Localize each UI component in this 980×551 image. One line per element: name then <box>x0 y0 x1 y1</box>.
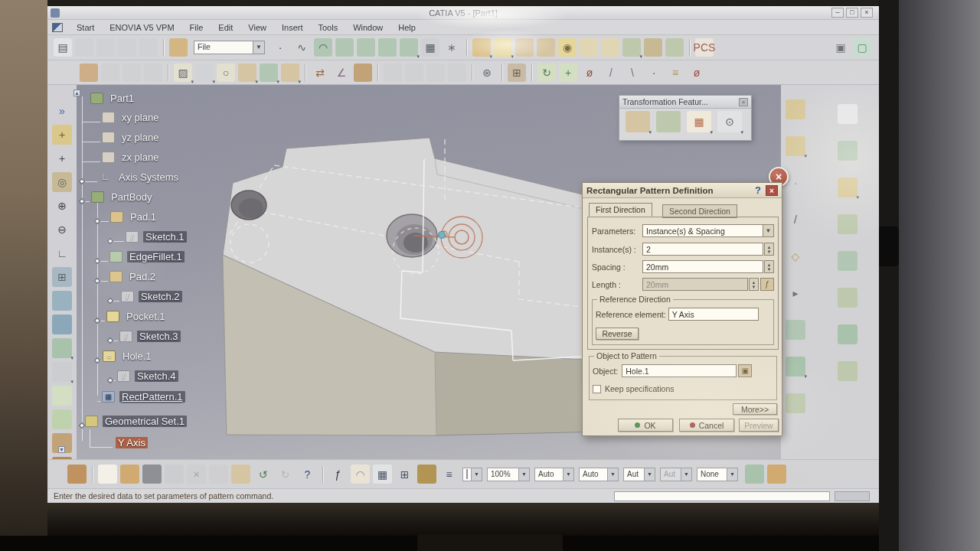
line-type-combo[interactable]: Auto ▼ <box>579 468 619 481</box>
catalog-browser-icon[interactable]: ⊞ <box>508 64 526 82</box>
open-folder-icon[interactable] <box>169 38 188 57</box>
stiffener-icon[interactable] <box>622 38 641 57</box>
close-surface-icon[interactable] <box>838 214 858 234</box>
axis-system-icon[interactable]: + <box>559 64 577 82</box>
tree-scroll-up[interactable]: ▲ <box>74 90 80 96</box>
new-document-icon[interactable] <box>98 465 117 484</box>
tree-item-partbody[interactable]: PartBody <box>91 189 154 204</box>
extract-icon[interactable] <box>786 320 805 340</box>
tree-expand-node[interactable] <box>94 318 100 324</box>
menu-insert[interactable]: Insert <box>274 21 311 34</box>
tree-expand-node[interactable] <box>79 178 85 184</box>
tree-item-axis-systems[interactable]: ∟ Axis Systems <box>99 169 181 184</box>
multi-result-icon[interactable] <box>400 38 418 57</box>
combo-value[interactable]: Auto <box>534 468 564 481</box>
tree-expand-node[interactable] <box>79 422 85 429</box>
translate-body-icon[interactable] <box>838 288 858 308</box>
help-pointer-icon[interactable]: ? <box>298 465 317 484</box>
gear-icon[interactable]: ⊛ <box>478 64 496 82</box>
tree-item-yz-plane[interactable]: yz plane <box>102 129 161 145</box>
scale-body-icon[interactable] <box>838 361 858 381</box>
paint-bucket-icon[interactable] <box>67 465 87 484</box>
join-surface-icon[interactable] <box>786 357 805 377</box>
tree-item-geometrical-set1[interactable]: Geometrical Set.1 <box>85 413 187 429</box>
minimize-button[interactable]: – <box>831 8 844 18</box>
extrude-surface-icon[interactable]: ◠ <box>314 38 332 57</box>
pad-icon[interactable] <box>472 38 491 57</box>
calculator-icon[interactable]: ▦ <box>373 465 392 484</box>
new-from-template-icon[interactable]: ▤ <box>54 38 72 57</box>
direction-handle[interactable] <box>439 232 446 239</box>
groove-icon[interactable] <box>537 38 555 57</box>
tree-expand-node[interactable] <box>94 258 100 264</box>
spacing-field[interactable]: 20mm <box>642 260 763 273</box>
scaling-feature-icon[interactable]: ⊙ <box>717 111 742 132</box>
tree-expand-node[interactable] <box>94 278 100 284</box>
mass-properties-icon[interactable] <box>354 64 372 82</box>
rib-icon[interactable] <box>580 38 598 57</box>
ok-button[interactable]: OK <box>618 419 673 432</box>
maximize-button[interactable]: □ <box>846 8 858 18</box>
tree-item-sketch4[interactable]: / Sketch.4 <box>117 368 178 383</box>
file-combo[interactable]: File ▼ <box>194 41 265 54</box>
menu-window[interactable]: Window <box>345 21 390 34</box>
tree-item-zx-plane[interactable]: zx plane <box>102 149 161 165</box>
shaft-icon[interactable] <box>515 38 534 57</box>
instances-spinner[interactable]: ▲▼ <box>764 243 774 256</box>
chevron-down-icon[interactable]: ▼ <box>763 224 774 237</box>
arrow-icon[interactable]: ▸ <box>786 283 805 303</box>
positioned-sketch-icon[interactable] <box>195 64 214 82</box>
hole-icon[interactable]: ◉ <box>558 38 577 57</box>
tree-scroll-down[interactable]: ▼ <box>58 446 65 453</box>
formula-icon[interactable]: ƒ <box>328 465 348 484</box>
spline-icon[interactable]: ∿ <box>292 38 311 57</box>
tree-item-hole1[interactable]: ○ Hole.1 <box>103 348 154 364</box>
rectangular-pattern-icon[interactable]: ▦ <box>687 111 711 132</box>
publication-icon[interactable] <box>80 64 98 82</box>
reverse-button[interactable]: Reverse <box>596 328 639 340</box>
sketch-tools-icon[interactable] <box>786 99 805 119</box>
close-icon[interactable]: × <box>766 185 778 196</box>
tile-window-icon[interactable]: ▣ <box>831 38 850 57</box>
object-field[interactable]: Hole.1 <box>622 364 737 377</box>
plane-icon[interactable]: ◇ <box>786 246 805 266</box>
chevron-down-icon[interactable]: ▼ <box>608 468 619 481</box>
translation-icon[interactable] <box>626 111 650 132</box>
ruler-icon[interactable]: ≡ <box>666 64 684 82</box>
mirror-body-icon[interactable] <box>838 324 858 344</box>
tree-item-sketch3[interactable]: / Sketch.3 <box>119 328 181 344</box>
spray-icon[interactable]: ∗ <box>443 38 461 57</box>
slot-icon[interactable] <box>601 38 619 57</box>
paste-icon[interactable] <box>231 465 250 484</box>
pencil-icon[interactable]: / <box>602 64 620 82</box>
print-icon[interactable] <box>165 465 184 484</box>
design-table-icon[interactable]: ⊞ <box>395 465 414 484</box>
front-view-icon[interactable] <box>357 38 375 57</box>
grid-icon[interactable]: ▦ <box>421 38 439 57</box>
tree-item-xy-plane[interactable]: xy plane <box>102 109 161 125</box>
menu-tools[interactable]: Tools <box>310 21 345 34</box>
tree-expand-node[interactable] <box>107 298 113 304</box>
tools-palette-icon[interactable] <box>238 64 256 82</box>
view-section-icon[interactable] <box>260 64 278 82</box>
mean-dimensions-icon[interactable]: ø <box>580 64 599 82</box>
select-object-icon[interactable]: ▣ <box>738 364 752 377</box>
datum-icon[interactable]: · <box>645 64 663 82</box>
sketcher-icon[interactable]: ▨ <box>174 64 192 82</box>
tree-item-pocket1[interactable]: Pocket.1 <box>106 308 168 324</box>
tree-item-sketch2[interactable]: / Sketch.2 <box>121 289 182 304</box>
menu-enovia[interactable]: ENOVIA V5 VPM <box>102 21 181 34</box>
line-icon[interactable]: / <box>786 210 805 230</box>
catalog-list-icon[interactable]: ≡ <box>439 465 459 484</box>
tree-expand-node[interactable] <box>107 238 113 244</box>
sweep-surface-icon[interactable] <box>335 38 354 57</box>
chevron-down-icon[interactable]: ▼ <box>519 468 530 481</box>
open-icon[interactable] <box>120 465 139 484</box>
comment-icon[interactable]: ◠ <box>351 465 370 484</box>
sew-surface-icon[interactable] <box>838 251 858 271</box>
zoom-value[interactable]: 100% <box>487 468 519 481</box>
spacing-spinner[interactable]: ▲▼ <box>764 260 774 273</box>
pcs-icon[interactable]: PCS <box>695 38 714 57</box>
menu-start[interactable]: Start <box>69 21 102 34</box>
chevron-down-icon[interactable]: ▼ <box>472 468 482 481</box>
